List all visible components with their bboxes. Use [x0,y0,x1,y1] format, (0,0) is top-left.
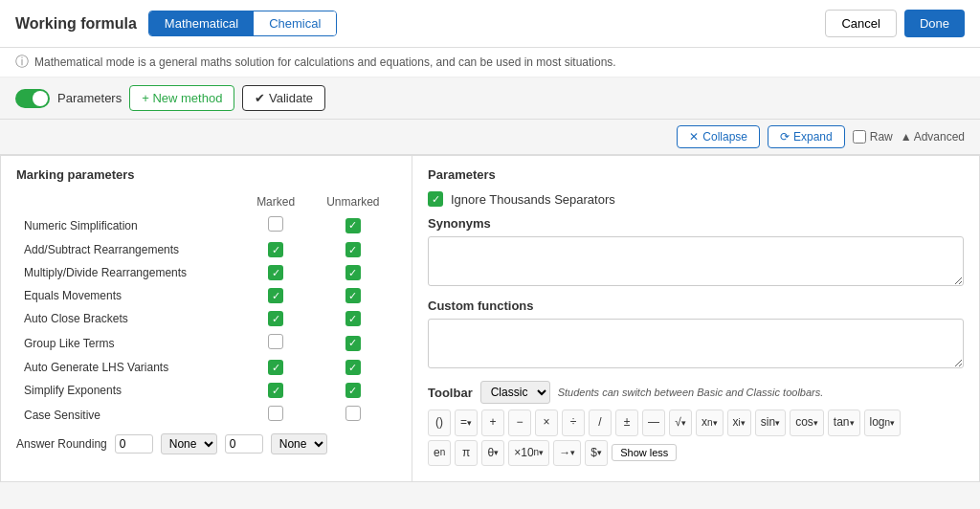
answer-rounding-label: Answer Rounding [16,437,107,451]
unmarked-checkbox[interactable]: ✓ [345,383,361,398]
col-label-header [16,191,242,212]
tab-chemical[interactable]: Chemical [254,11,336,35]
toolbar-row: Toolbar ClassicBasic Students can switch… [428,381,964,404]
toolbar-select-label: Toolbar [428,386,473,400]
table-row: Group Like Terms✓ [16,330,396,356]
unmarked-checkbox[interactable]: ✓ [345,336,361,351]
answer-rounding-input-1[interactable] [115,434,153,454]
marked-checkbox[interactable]: ✓ [268,288,283,303]
row-unmarked: ✓ [310,212,396,238]
marking-params-title: Marking parameters [16,167,396,182]
sym-equals[interactable]: = [455,409,478,436]
answer-rounding-input-2[interactable] [225,434,263,454]
sym-dollar[interactable]: $ [585,440,608,467]
marked-checkbox[interactable] [268,334,283,349]
marked-checkbox[interactable]: ✓ [268,360,283,375]
raw-checkbox[interactable] [853,130,866,144]
tab-mathematical[interactable]: Mathematical [149,11,254,35]
info-text: Mathematical mode is a general maths sol… [34,55,616,69]
sym-sin[interactable]: sin [755,409,786,436]
params-table: Marked Unmarked Numeric Simplification✓A… [16,191,396,428]
row-marked: ✓ [242,238,310,261]
math-symbols-row1: () = + − × ÷ / ± — √ xn xi sin cos tan l… [428,409,964,436]
sym-dash[interactable]: — [642,409,665,436]
sym-arrow[interactable]: → [553,440,581,467]
unmarked-checkbox[interactable]: ✓ [345,242,361,257]
table-row: Numeric Simplification✓ [16,212,396,238]
ignore-thousands-checkbox[interactable]: ✓ [428,191,443,207]
sym-plus[interactable]: + [481,409,504,436]
sym-power[interactable]: xn [696,409,724,436]
advanced-button[interactable]: ▲ Advanced [901,130,965,144]
math-toolbar: () = + − × ÷ / ± — √ xn xi sin cos tan l… [428,409,964,466]
row-marked: ✓ [242,356,310,379]
unmarked-checkbox[interactable]: ✓ [345,360,361,375]
raw-label[interactable]: Raw [853,130,893,144]
marked-checkbox[interactable]: ✓ [268,242,283,257]
top-bar-right: Cancel Done [825,10,965,37]
row-marked: ✓ [242,284,310,307]
row-marked [242,330,310,356]
sym-divide[interactable]: ÷ [562,409,585,436]
unmarked-checkbox[interactable] [345,406,361,421]
marked-checkbox[interactable]: ✓ [268,311,283,326]
row-label: Numeric Simplification [16,212,242,238]
col-unmarked-header: Unmarked [310,191,396,212]
sym-slash[interactable]: / [589,409,612,436]
custom-fn-textarea[interactable] [428,319,964,368]
sym-parens[interactable]: () [428,409,451,436]
collapse-button[interactable]: ✕ Collapse [677,125,760,148]
marked-checkbox[interactable]: ✓ [268,265,283,280]
parameters-toggle[interactable] [15,89,50,108]
sym-log[interactable]: logn [864,409,902,436]
sym-times10[interactable]: ×10n [508,440,549,467]
unmarked-checkbox[interactable]: ✓ [345,265,361,280]
marked-checkbox[interactable] [268,216,283,232]
row-marked [242,402,310,428]
row-unmarked: ✓ [310,330,396,356]
sym-subscript[interactable]: xi [727,409,751,436]
marked-checkbox[interactable]: ✓ [268,383,283,398]
sym-pi[interactable]: π [455,440,478,467]
info-icon: ⓘ [15,54,29,71]
sym-euler[interactable]: en [428,440,451,467]
left-panel: Marking parameters Marked Unmarked Numer… [1,156,412,481]
main-content: Marking parameters Marked Unmarked Numer… [0,155,980,482]
row-marked: ✓ [242,307,310,330]
row-label: Add/Subtract Rearrangements [16,238,242,261]
expand-button[interactable]: ⟳ Expand [768,125,845,148]
show-less-button[interactable]: Show less [612,444,677,461]
unmarked-checkbox[interactable]: ✓ [345,311,361,326]
row-unmarked: ✓ [310,356,396,379]
marked-checkbox[interactable] [268,406,283,421]
toolbar-bar: Parameters + New method ✔ Validate [0,77,980,120]
synonyms-textarea[interactable] [428,236,964,286]
table-row: Equals Movements✓✓ [16,284,396,307]
ignore-thousands-label: Ignore Thousands Separators [451,192,615,207]
done-button[interactable]: Done [904,10,965,37]
sym-cos[interactable]: cos [790,409,824,436]
toolbar-select[interactable]: ClassicBasic [480,381,550,404]
math-symbols-row2: en π θ ×10n → $ Show less [428,440,964,467]
sym-tan[interactable]: tan [828,409,860,436]
col-marked-header: Marked [242,191,310,212]
parameters-label: Parameters [57,91,122,105]
top-bar: Working formula Mathematical Chemical Ca… [0,0,980,48]
sym-minus[interactable]: − [508,409,531,436]
cancel-button[interactable]: Cancel [825,10,896,37]
synonyms-label: Synonyms [428,216,964,231]
sym-theta[interactable]: θ [481,440,504,467]
answer-rounding-select-2[interactable]: None123 [271,433,327,454]
sym-times[interactable]: × [535,409,558,436]
unmarked-checkbox[interactable]: ✓ [345,218,361,233]
table-row: Auto Generate LHS Variants✓✓ [16,356,396,379]
sym-plusminus[interactable]: ± [615,409,638,436]
answer-rounding-select-1[interactable]: None123 [161,433,217,454]
validate-button[interactable]: ✔ Validate [242,85,325,111]
unmarked-checkbox[interactable]: ✓ [345,288,361,303]
tab-group: Mathematical Chemical [148,11,338,36]
right-toolbar: ✕ Collapse ⟳ Expand Raw ▲ Advanced [0,120,980,155]
table-row: Simplify Exponents✓✓ [16,379,396,402]
new-method-button[interactable]: + New method [129,85,234,111]
sym-sqrt[interactable]: √ [669,409,692,436]
